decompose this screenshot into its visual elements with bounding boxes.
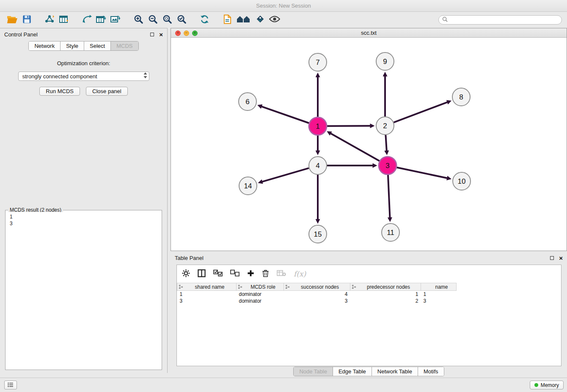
float-window-icon[interactable]: [150, 33, 154, 36]
table-header-row: shared name MCDS role successor nodes: [177, 283, 457, 291]
close-panel-icon[interactable]: ×: [159, 31, 163, 38]
graph-edge-3-1[interactable]: [329, 133, 380, 161]
table-row[interactable]: 3dominator323: [177, 298, 457, 304]
graph-node-label: 14: [244, 182, 252, 190]
tab-mcds[interactable]: MCDS: [111, 41, 138, 50]
network-graph[interactable]: 7968124314101511: [171, 38, 567, 251]
main-toolbar: [0, 12, 567, 28]
open-session-button[interactable]: [5, 14, 19, 26]
tab-select[interactable]: Select: [84, 41, 111, 50]
new-table-button[interactable]: [94, 14, 108, 26]
open-folder-icon: [7, 15, 18, 25]
table-cell[interactable]: dominator: [237, 298, 284, 304]
graph-edge-2-8[interactable]: [394, 102, 449, 123]
network-window-title: scc.txt: [361, 30, 377, 36]
table-cell[interactable]: 3: [284, 298, 350, 304]
import-network-file-button[interactable]: [42, 14, 57, 26]
refresh-layout-button[interactable]: [197, 14, 212, 26]
close-panel-icon[interactable]: ×: [559, 255, 563, 261]
table-toolbar: f(x): [177, 265, 561, 283]
table-cell[interactable]: 1: [421, 291, 457, 298]
graph-node-label: 11: [387, 229, 394, 237]
tab-network[interactable]: Network: [29, 41, 61, 50]
graph-edge-1-6[interactable]: [259, 106, 309, 123]
minimize-window-icon[interactable]: −: [184, 30, 189, 36]
tab-style[interactable]: Style: [61, 41, 84, 50]
table-panel-tabs: Node Table Edge Table Network Table Moti…: [293, 367, 444, 376]
tab-node-table[interactable]: Node Table: [294, 367, 333, 376]
mcds-result-text[interactable]: 1 3: [7, 212, 160, 368]
column-header-name[interactable]: name: [421, 283, 457, 291]
zoom-fit-button[interactable]: [160, 14, 174, 26]
eye-icon: [269, 16, 280, 24]
table-cell[interactable]: 1: [177, 291, 237, 298]
import-table-icon: [59, 15, 69, 25]
table-row[interactable]: 1dominator411: [177, 291, 457, 298]
table-panel-title: Table Panel: [175, 255, 550, 261]
table-settings-button[interactable]: [182, 269, 190, 279]
table-cell[interactable]: 2: [350, 298, 421, 304]
zoom-selected-button[interactable]: [174, 14, 189, 26]
save-session-button[interactable]: [19, 14, 34, 26]
style-tag-button[interactable]: [253, 14, 267, 26]
table-arrow-icon: [96, 15, 106, 25]
table-cell[interactable]: 3: [177, 298, 237, 304]
search-box[interactable]: [438, 15, 562, 25]
column-header-successor-nodes[interactable]: successor nodes: [284, 283, 350, 291]
zoom-selected-icon: [177, 14, 187, 26]
import-network-icon: [44, 14, 55, 25]
network-canvas[interactable]: 7968124314101511: [171, 38, 567, 251]
graph-node-label: 9: [383, 58, 387, 66]
column-tree-icon: [285, 284, 290, 290]
delete-table-icon: [277, 270, 286, 279]
optimization-criterion-dropdown[interactable]: strongly connected component: [18, 72, 149, 81]
columns-icon: [198, 269, 206, 279]
apply-style-button[interactable]: [220, 14, 234, 26]
show-hide-button[interactable]: [267, 14, 282, 26]
zoom-window-icon[interactable]: +: [192, 30, 198, 36]
home-button[interactable]: [234, 14, 253, 26]
graph-edge-3-10[interactable]: [397, 168, 449, 179]
graph-edge-4-14[interactable]: [260, 168, 309, 182]
tab-edge-table[interactable]: Edge Table: [333, 367, 372, 376]
zoom-fit-icon: [162, 14, 172, 26]
column-header-shared-name[interactable]: shared name: [177, 283, 237, 291]
search-input[interactable]: [450, 17, 558, 23]
zoom-in-button[interactable]: [131, 14, 146, 26]
column-header-mcds-role[interactable]: MCDS role: [237, 283, 284, 291]
table-cell[interactable]: dominator: [237, 291, 284, 298]
float-window-icon[interactable]: [550, 256, 554, 260]
table-panel: Table Panel ×: [171, 252, 567, 377]
table-cell[interactable]: 1: [350, 291, 421, 298]
window-controls: × − +: [175, 28, 198, 38]
select-all-rows-button[interactable]: [213, 270, 223, 278]
run-mcds-button[interactable]: Run MCDS: [39, 87, 80, 96]
optimization-criterion-label: Optimization criterion:: [0, 60, 167, 66]
graph-edge-1-2[interactable]: [327, 126, 372, 126]
column-header-predecessor-nodes[interactable]: predecessor nodes: [350, 283, 421, 291]
function-builder-button[interactable]: f(x): [294, 270, 306, 278]
close-window-icon[interactable]: ×: [175, 30, 181, 36]
import-table-file-button[interactable]: [57, 14, 71, 26]
export-image-button[interactable]: [108, 14, 123, 26]
zoom-in-icon: [134, 14, 143, 26]
graph-edge-3-11[interactable]: [388, 175, 390, 220]
tab-motifs[interactable]: Motifs: [418, 367, 444, 376]
memory-button[interactable]: Memory: [530, 381, 564, 389]
tab-network-table[interactable]: Network Table: [372, 367, 418, 376]
delete-table-button[interactable]: [277, 270, 286, 279]
task-history-button[interactable]: [4, 381, 17, 389]
table-cell[interactable]: 3: [421, 298, 457, 304]
graph-edge-2-3[interactable]: [385, 135, 387, 153]
delete-column-button[interactable]: [262, 269, 269, 279]
deselect-all-rows-button[interactable]: [230, 270, 239, 278]
close-panel-button[interactable]: Close panel: [86, 87, 128, 96]
show-columns-button[interactable]: [198, 269, 206, 279]
new-network-button[interactable]: [80, 14, 94, 26]
network-window-titlebar: × − + scc.txt: [171, 28, 567, 38]
add-column-button[interactable]: [247, 270, 254, 279]
application-window: Session: New Session: [0, 0, 567, 392]
zoom-out-button[interactable]: [146, 14, 160, 26]
graph-node-label: 1: [316, 122, 319, 130]
table-cell[interactable]: 4: [284, 291, 350, 298]
